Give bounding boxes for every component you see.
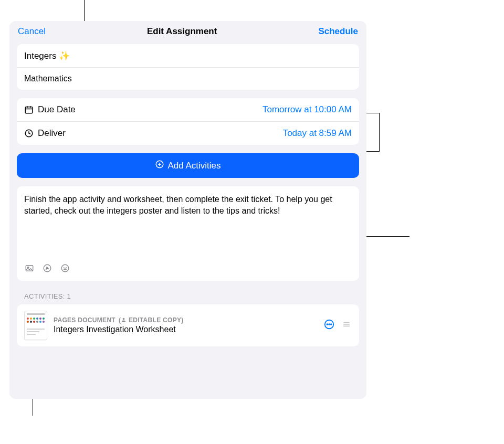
- svg-point-15: [329, 324, 330, 325]
- callout-bracket: [366, 151, 379, 152]
- activity-badge: ( EDITABLE COPY): [119, 316, 184, 324]
- reorder-icon[interactable]: [341, 319, 352, 332]
- plus-circle-icon: [155, 160, 164, 172]
- calendar-icon: [24, 105, 34, 114]
- cancel-button[interactable]: Cancel: [18, 26, 46, 37]
- edit-assignment-sheet: Cancel Edit Assignment Schedule Mathemat…: [9, 21, 366, 399]
- activity-meta: PAGES DOCUMENT ( EDITABLE COPY): [54, 316, 317, 324]
- photo-icon[interactable]: [24, 263, 35, 273]
- description-toolbar: [24, 263, 352, 273]
- description-text[interactable]: Finish the app activity and worksheet, t…: [24, 194, 352, 250]
- assignment-title-row[interactable]: [17, 44, 359, 67]
- activity-actions: [323, 319, 352, 332]
- ellipsis-circle-icon[interactable]: [323, 319, 335, 332]
- sheet-header: Cancel Edit Assignment Schedule: [9, 21, 366, 44]
- audio-icon[interactable]: [60, 263, 70, 273]
- assignment-subject-row[interactable]: Mathematics: [17, 67, 359, 90]
- deliver-value[interactable]: Today at 8:59 AM: [283, 128, 352, 139]
- callout-bracket: [379, 113, 380, 152]
- deliver-label: Deliver: [38, 128, 66, 139]
- svg-point-14: [327, 324, 328, 325]
- add-activities-button[interactable]: Add Activities: [17, 153, 359, 178]
- svg-rect-0: [25, 107, 33, 113]
- activity-info: PAGES DOCUMENT ( EDITABLE COPY) Integers…: [54, 316, 317, 334]
- assignment-subject-label: Mathematics: [24, 74, 72, 83]
- assignment-title-input[interactable]: [24, 50, 352, 61]
- due-date-row[interactable]: Due Date Tomorrow at 10:00 AM: [17, 98, 359, 121]
- activity-thumbnail: [24, 311, 47, 340]
- description-card: Finish the app activity and worksheet, t…: [17, 186, 359, 281]
- add-activities-label: Add Activities: [167, 161, 220, 171]
- activity-title: Integers Investigation Worksheet: [54, 325, 317, 334]
- activity-type-label: PAGES DOCUMENT: [54, 316, 116, 324]
- callout-bracket: [366, 113, 379, 113]
- activity-item[interactable]: PAGES DOCUMENT ( EDITABLE COPY) Integers…: [17, 304, 359, 346]
- activities-section-label: ACTIVITIES: 1: [24, 292, 352, 300]
- sheet-title: Edit Assignment: [147, 26, 217, 37]
- draw-icon[interactable]: [42, 263, 52, 273]
- deliver-row[interactable]: Deliver Today at 8:59 AM: [17, 121, 359, 145]
- svg-point-16: [331, 324, 332, 325]
- schedule-button[interactable]: Schedule: [318, 26, 358, 37]
- due-date-value[interactable]: Tomorrow at 10:00 AM: [262, 104, 352, 115]
- title-subject-card: Mathematics: [17, 44, 359, 90]
- schedule-card: Due Date Tomorrow at 10:00 AM Deliver To…: [17, 98, 359, 145]
- clock-icon: [24, 129, 34, 138]
- svg-point-12: [123, 318, 125, 320]
- due-date-label: Due Date: [38, 104, 76, 115]
